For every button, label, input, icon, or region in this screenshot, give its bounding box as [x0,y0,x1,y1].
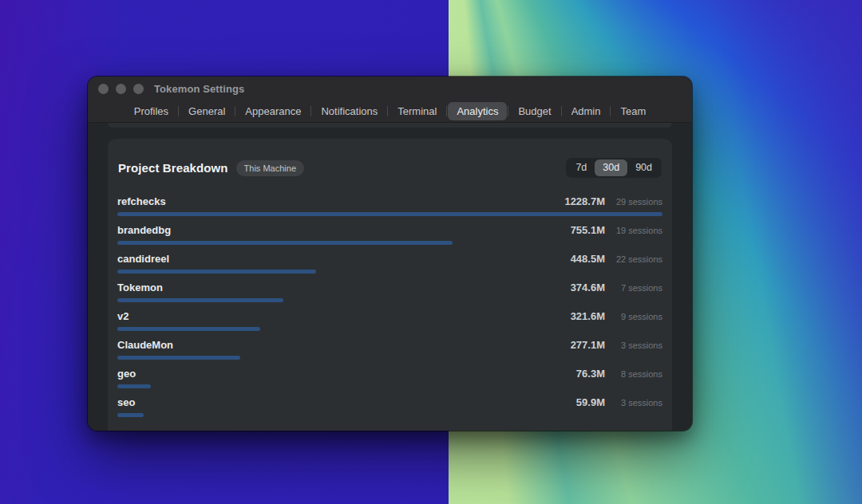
project-row-values: 59.9M 3 sessions [576,396,662,408]
usage-bar-fill [117,413,144,417]
project-row: seo 59.9M 3 sessions [117,396,662,417]
tab-separator [610,106,611,116]
window-titlebar: Tokemon Settings [88,77,692,100]
usage-bar-track [117,356,662,360]
project-session-count: 22 sessions [611,254,662,265]
tab-analytics[interactable]: Analytics [448,102,507,120]
project-name: seo [117,396,135,408]
project-name: brandedbg [117,224,171,236]
project-row-values: 277.1M 3 sessions [571,339,662,351]
card-header: Project Breakdown This Machine 7d30d90d [117,158,662,178]
project-token-count: 755.1M [571,224,605,236]
traffic-light-buttons [98,84,144,94]
range-button-7d[interactable]: 7d [567,159,595,176]
tab-appearance[interactable]: Appearance [236,102,310,120]
project-name: candidreel [117,253,169,265]
project-row: geo 76.3M 8 sessions [117,368,662,388]
project-row-values: 321.6M 9 sessions [571,310,662,322]
usage-bar-fill [117,327,260,331]
tab-separator [387,106,388,116]
tab-separator [310,106,311,116]
project-row-labels: Tokemon 374.6M 7 sessions [117,282,662,293]
tab-budget[interactable]: Budget [509,102,560,120]
project-row: Tokemon 374.6M 7 sessions [117,282,662,302]
tab-admin[interactable]: Admin [563,102,610,120]
project-session-count: 7 sessions [611,283,662,293]
project-name: geo [117,368,136,380]
settings-content-area: Project Breakdown This Machine 7d30d90d … [88,123,692,431]
project-name: v2 [117,310,129,322]
project-name: ClaudeMon [117,339,173,351]
usage-bar-track [117,327,662,331]
project-token-count: 1228.7M [564,195,605,207]
tab-team[interactable]: Team [611,102,654,120]
usage-bar-track [117,212,662,216]
usage-bar-track [117,384,662,388]
project-row-values: 448.5M 22 sessions [571,253,662,265]
project-session-count: 8 sessions [611,369,662,380]
zoom-window-button[interactable] [133,84,144,94]
usage-bar-track [117,298,662,302]
project-token-count: 59.9M [576,396,605,408]
project-row-labels: refchecks 1228.7M 29 sessions [117,195,662,207]
range-button-90d[interactable]: 90d [627,159,660,176]
project-row-labels: brandedbg 755.1M 19 sessions [117,224,662,236]
tab-separator [561,106,562,116]
window-title: Tokemon Settings [154,83,244,95]
project-row-values: 1228.7M 29 sessions [564,195,662,207]
usage-bar-fill [117,356,240,360]
project-row: ClaudeMon 277.1M 3 sessions [117,339,662,360]
tab-separator [446,106,447,116]
project-token-count: 277.1M [571,339,605,351]
project-row-values: 755.1M 19 sessions [571,224,662,236]
previous-card-bottom-edge [108,123,672,128]
project-session-count: 3 sessions [611,341,662,351]
settings-tab-bar: ProfilesGeneralAppearanceNotificationsTe… [88,100,692,123]
tab-profiles[interactable]: Profiles [125,102,177,120]
project-breakdown-card: Project Breakdown This Machine 7d30d90d … [108,139,672,431]
project-rows: refchecks 1228.7M 29 sessions brandedbg … [117,195,662,417]
tab-general[interactable]: General [180,102,234,120]
card-title: Project Breakdown [118,161,228,175]
tokemon-settings-window: Tokemon Settings ProfilesGeneralAppearan… [88,77,692,431]
project-row-labels: seo 59.9M 3 sessions [117,396,662,408]
project-token-count: 374.6M [571,282,605,293]
usage-bar-fill [117,384,151,388]
project-row-labels: geo 76.3M 8 sessions [117,368,662,380]
project-session-count: 3 sessions [611,398,662,408]
project-row: refchecks 1228.7M 29 sessions [117,195,662,216]
project-token-count: 448.5M [571,253,605,265]
usage-bar-track [117,413,662,417]
project-name: Tokemon [117,282,163,293]
time-range-segmented-control: 7d30d90d [566,158,662,178]
usage-bar-fill [117,298,283,302]
project-row-values: 374.6M 7 sessions [571,282,662,293]
tab-terminal[interactable]: Terminal [389,102,445,120]
tab-notifications[interactable]: Notifications [312,102,386,120]
project-session-count: 29 sessions [611,197,662,207]
tab-separator [178,106,179,116]
usage-bar-fill [117,212,662,216]
project-row-labels: v2 321.6M 9 sessions [117,310,662,322]
project-token-count: 76.3M [576,368,605,380]
tab-separator [508,106,508,116]
project-row-labels: ClaudeMon 277.1M 3 sessions [117,339,662,351]
project-row-labels: candidreel 448.5M 22 sessions [117,253,662,265]
usage-bar-track [117,270,662,274]
project-token-count: 321.6M [571,310,605,322]
project-row: candidreel 448.5M 22 sessions [117,253,662,274]
project-name: refchecks [117,195,166,207]
range-button-30d[interactable]: 30d [595,159,627,176]
close-window-button[interactable] [98,84,109,94]
project-row: brandedbg 755.1M 19 sessions [117,224,662,245]
project-row: v2 321.6M 9 sessions [117,310,662,331]
minimize-window-button[interactable] [116,84,126,94]
usage-bar-track [117,241,662,245]
project-session-count: 9 sessions [611,312,662,322]
usage-bar-fill [117,270,316,274]
project-session-count: 19 sessions [611,226,662,236]
this-machine-badge: This Machine [236,160,304,176]
usage-bar-fill [117,241,453,245]
tab-separator [235,106,235,116]
project-row-values: 76.3M 8 sessions [576,368,662,380]
